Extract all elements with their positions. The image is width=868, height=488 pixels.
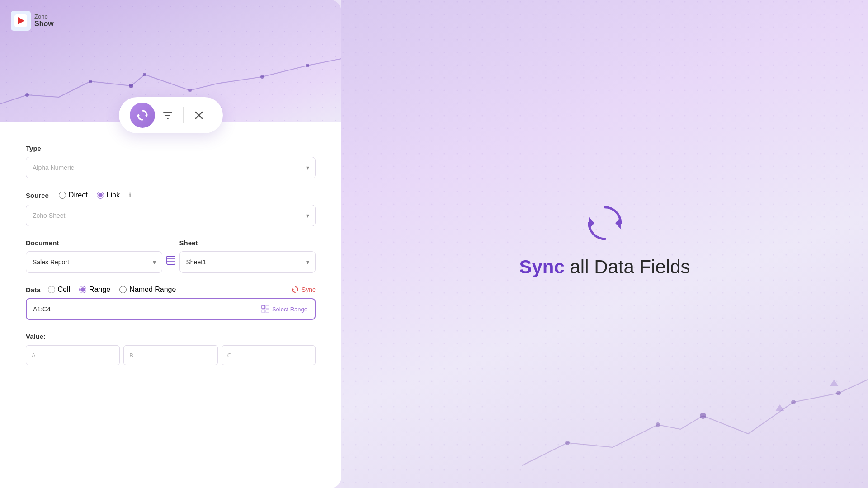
svg-point-29	[700, 413, 706, 419]
sheet-select-wrapper: Sheet1 ▾	[179, 251, 316, 273]
svg-marker-9	[145, 113, 147, 117]
right-content: Sync all Data Fields	[519, 203, 690, 278]
svg-rect-21	[262, 310, 265, 313]
data-row: Data Cell Range Named Range	[26, 286, 316, 294]
sync-heading: Sync all Data Fields	[519, 256, 690, 278]
sheet-label: Sheet	[179, 239, 316, 247]
svg-point-6	[188, 89, 192, 92]
logo-text: Zoho Show	[34, 14, 54, 28]
logo-icon	[11, 11, 31, 31]
value-cell-a-text: A	[32, 352, 36, 359]
document-select[interactable]: Sales Report	[26, 251, 162, 273]
svg-marker-33	[830, 380, 839, 386]
doc-sheet-row: Document Sales Report ▾ Sheet	[26, 239, 316, 273]
sync-toolbar-button[interactable]	[130, 103, 155, 128]
svg-marker-10	[138, 113, 140, 117]
sync-heading-bold: Sync	[519, 256, 564, 277]
right-chart-decoration	[341, 307, 868, 488]
source-top-row: Source Direct Link ℹ	[26, 191, 316, 199]
source-link-label: Link	[107, 191, 120, 199]
select-range-icon	[261, 305, 269, 313]
data-radio-group: Cell Range Named Range	[48, 286, 176, 294]
source-service-wrapper: Zoho Sheet ▾	[26, 205, 316, 226]
close-icon	[194, 110, 204, 120]
sync-label: Sync	[302, 286, 316, 293]
data-range-label: Range	[89, 286, 110, 294]
value-label: Value:	[26, 333, 46, 340]
toolbar-divider	[183, 107, 184, 123]
svg-point-4	[129, 84, 133, 88]
type-select[interactable]: Alpha Numeric	[26, 157, 316, 178]
data-cell-label: Cell	[58, 286, 71, 294]
svg-point-31	[836, 391, 841, 395]
source-direct-input[interactable]	[59, 192, 66, 199]
svg-point-3	[89, 80, 92, 83]
source-radio-group: Direct Link ℹ	[59, 191, 131, 199]
svg-marker-32	[775, 404, 784, 411]
data-range-input[interactable]	[79, 286, 86, 293]
source-section: Source Direct Link ℹ Zoho Sheet	[26, 191, 316, 226]
sync-button[interactable]: Sync	[292, 286, 316, 293]
value-cell-c: C	[222, 345, 316, 365]
form-panel: Type Alpha Numeric ▾ Source Direct	[0, 145, 341, 378]
value-cell-a: A	[26, 345, 120, 365]
select-range-button[interactable]: Select Range	[257, 302, 312, 316]
source-link-radio[interactable]: Link	[97, 191, 120, 199]
value-cell-b: B	[123, 345, 217, 365]
close-toolbar-button[interactable]	[186, 103, 212, 128]
source-link-input[interactable]	[97, 192, 104, 199]
svg-marker-26	[589, 217, 594, 229]
value-field-group: Value: A B C	[26, 333, 316, 365]
data-range-radio[interactable]: Range	[79, 286, 110, 294]
value-cell-c-text: C	[227, 352, 231, 359]
svg-rect-22	[266, 310, 269, 313]
svg-point-7	[260, 75, 264, 79]
filter-icon	[162, 110, 173, 121]
source-service-select[interactable]: Zoho Sheet	[26, 205, 316, 226]
logo-show: Show	[34, 20, 54, 28]
svg-point-5	[143, 73, 146, 76]
source-direct-label: Direct	[69, 191, 88, 199]
svg-rect-19	[262, 305, 265, 309]
sync-icon	[136, 109, 149, 122]
type-field-group: Type Alpha Numeric ▾	[26, 145, 316, 178]
data-named-range-label: Named Range	[129, 286, 176, 294]
sheet-icon	[166, 255, 176, 267]
data-named-range-radio[interactable]: Named Range	[119, 286, 176, 294]
svg-marker-17	[297, 288, 298, 291]
sheet-part: Sheet Sheet1 ▾	[179, 239, 316, 273]
sync-heading-normal: all Data Fields	[565, 256, 690, 277]
type-select-wrapper: Alpha Numeric ▾	[26, 157, 316, 178]
svg-rect-20	[266, 305, 269, 309]
logo-zoho: Zoho	[34, 14, 54, 20]
svg-point-28	[656, 422, 660, 427]
value-cell-b-text: B	[129, 352, 133, 359]
svg-marker-18	[292, 288, 294, 291]
sheet-select[interactable]: Sheet1	[179, 251, 316, 273]
sync-small-icon	[292, 286, 299, 293]
filter-toolbar-button[interactable]	[155, 103, 180, 128]
svg-rect-13	[167, 256, 175, 264]
range-input-wrapper: Select Range	[26, 298, 316, 320]
left-panel: Zoho Show	[0, 0, 341, 488]
data-label: Data	[26, 286, 41, 294]
logo: Zoho Show	[11, 11, 54, 31]
type-label: Type	[26, 145, 316, 152]
right-panel: Sync all Data Fields	[341, 0, 868, 488]
svg-point-2	[25, 93, 29, 97]
select-range-label: Select Range	[272, 306, 307, 313]
spreadsheet-icon	[166, 255, 176, 265]
document-select-wrapper: Sales Report ▾	[26, 251, 162, 273]
info-icon: ℹ	[129, 192, 131, 199]
svg-point-8	[306, 64, 309, 67]
svg-marker-25	[615, 217, 620, 229]
source-label: Source	[26, 192, 49, 199]
source-direct-radio[interactable]: Direct	[59, 191, 88, 199]
play-icon	[14, 14, 27, 27]
toolbar	[119, 97, 223, 133]
data-cell-radio[interactable]: Cell	[48, 286, 71, 294]
data-named-range-input[interactable]	[119, 286, 127, 293]
data-field-group: Data Cell Range Named Range	[26, 286, 316, 320]
value-preview: A B C	[26, 345, 316, 365]
data-cell-input[interactable]	[48, 286, 55, 293]
